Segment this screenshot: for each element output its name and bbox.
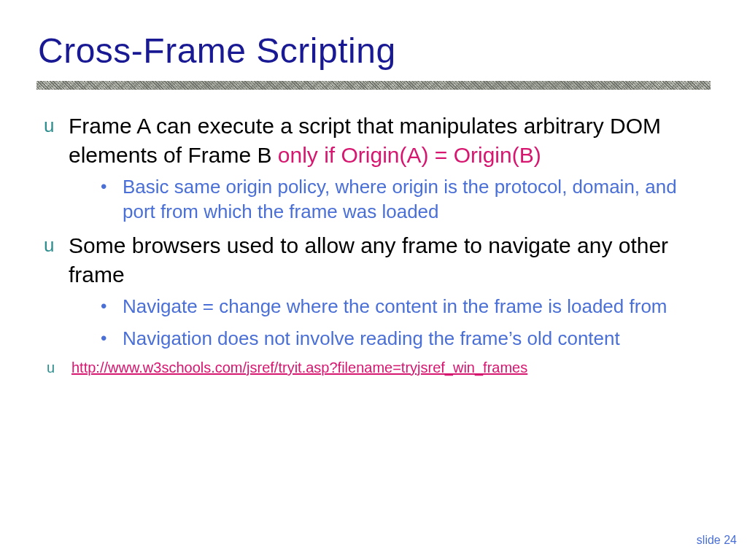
bullet-text-highlight: only if Origin(A) = Origin(B): [278, 143, 541, 167]
bullet-marker-dot: •: [101, 174, 123, 199]
sub-bullet-text: Navigate = change where the content in t…: [123, 294, 711, 319]
bullet-marker-u: u: [39, 112, 69, 139]
bullet-level1: u Frame A can execute a script that mani…: [39, 112, 711, 170]
bullet-link-wrap: http://www.w3schools.com/jsref/tryit.asp…: [71, 358, 711, 377]
bullet-text: Some browsers used to allow any frame to…: [69, 231, 711, 289]
bullet-marker-dot: •: [101, 326, 123, 351]
slide-title: Cross-Frame Scripting: [38, 31, 711, 71]
bullet-level2: • Navigation does not involve reading th…: [101, 326, 711, 351]
bullet-marker-u: u: [39, 231, 69, 259]
bullet-text: Frame A can execute a script that manipu…: [69, 112, 711, 170]
divider-bar: [36, 81, 711, 90]
slide-number: slide 24: [697, 534, 737, 547]
bullet-marker-dot: •: [101, 294, 123, 319]
bullet-level1: u Some browsers used to allow any frame …: [39, 231, 711, 289]
reference-link[interactable]: http://www.w3schools.com/jsref/tryit.asp…: [71, 359, 527, 376]
bullet-marker-u: u: [42, 358, 71, 377]
slide-content: u Frame A can execute a script that mani…: [36, 112, 711, 377]
bullet-level1-link: u http://www.w3schools.com/jsref/tryit.a…: [39, 358, 711, 377]
slide-container: Cross-Frame Scripting u Frame A can exec…: [0, 0, 747, 560]
bullet-level2: • Navigate = change where the content in…: [101, 294, 711, 319]
sub-bullet-text: Navigation does not involve reading the …: [123, 326, 711, 351]
bullet-level2: • Basic same origin policy, where origin…: [101, 174, 711, 224]
sub-bullet-text: Basic same origin policy, where origin i…: [123, 174, 711, 224]
